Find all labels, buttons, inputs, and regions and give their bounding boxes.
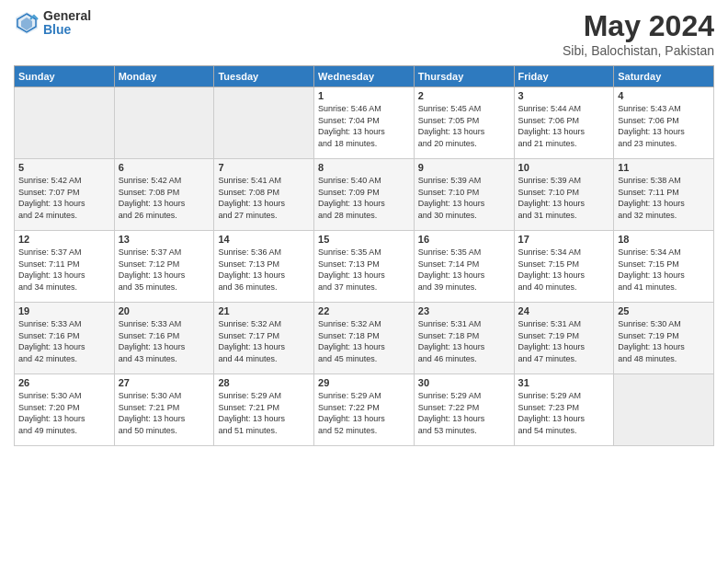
calendar-cell-w3-d4: 16Sunrise: 5:35 AM Sunset: 7:14 PM Dayli… <box>414 231 514 303</box>
day-info: Sunrise: 5:46 AM Sunset: 7:04 PM Dayligh… <box>318 103 410 149</box>
calendar-cell-w1-d6: 4Sunrise: 5:43 AM Sunset: 7:06 PM Daylig… <box>614 87 714 159</box>
day-info: Sunrise: 5:35 AM Sunset: 7:13 PM Dayligh… <box>318 247 410 293</box>
calendar-cell-w4-d6: 25Sunrise: 5:30 AM Sunset: 7:19 PM Dayli… <box>614 303 714 374</box>
day-number: 29 <box>318 377 410 388</box>
day-number: 19 <box>18 305 110 316</box>
calendar-cell-w1-d3: 1Sunrise: 5:46 AM Sunset: 7:04 PM Daylig… <box>314 87 415 159</box>
day-info: Sunrise: 5:37 AM Sunset: 7:11 PM Dayligh… <box>18 247 110 293</box>
calendar-cell-w1-d4: 2Sunrise: 5:45 AM Sunset: 7:05 PM Daylig… <box>414 87 514 159</box>
calendar-cell-w5-d2: 28Sunrise: 5:29 AM Sunset: 7:21 PM Dayli… <box>214 374 314 446</box>
calendar-cell-w2-d3: 8Sunrise: 5:40 AM Sunset: 7:09 PM Daylig… <box>314 159 415 231</box>
calendar-cell-w1-d0 <box>15 87 115 159</box>
day-number: 17 <box>518 234 610 245</box>
calendar-cell-w4-d0: 19Sunrise: 5:33 AM Sunset: 7:16 PM Dayli… <box>15 303 115 374</box>
day-info: Sunrise: 5:31 AM Sunset: 7:19 PM Dayligh… <box>518 318 610 364</box>
calendar-cell-w3-d0: 12Sunrise: 5:37 AM Sunset: 7:11 PM Dayli… <box>15 231 115 303</box>
day-info: Sunrise: 5:42 AM Sunset: 7:08 PM Dayligh… <box>119 175 210 221</box>
calendar-cell-w1-d2 <box>214 87 314 159</box>
day-info: Sunrise: 5:35 AM Sunset: 7:14 PM Dayligh… <box>418 247 510 293</box>
calendar-cell-w3-d2: 14Sunrise: 5:36 AM Sunset: 7:13 PM Dayli… <box>214 231 314 303</box>
day-number: 15 <box>318 234 410 245</box>
day-info: Sunrise: 5:40 AM Sunset: 7:09 PM Dayligh… <box>318 175 410 221</box>
header: General Blue May 2024 Sibi, Balochistan,… <box>14 9 714 58</box>
day-number: 20 <box>119 305 210 316</box>
day-info: Sunrise: 5:38 AM Sunset: 7:11 PM Dayligh… <box>618 175 710 221</box>
day-number: 14 <box>218 234 310 245</box>
day-info: Sunrise: 5:44 AM Sunset: 7:06 PM Dayligh… <box>518 103 610 149</box>
calendar-cell-w5-d0: 26Sunrise: 5:30 AM Sunset: 7:20 PM Dayli… <box>15 374 115 446</box>
calendar-week-4: 19Sunrise: 5:33 AM Sunset: 7:16 PM Dayli… <box>15 303 714 374</box>
calendar-cell-w5-d1: 27Sunrise: 5:30 AM Sunset: 7:21 PM Dayli… <box>114 374 214 446</box>
logo-blue-text: Blue <box>43 23 91 37</box>
day-info: Sunrise: 5:30 AM Sunset: 7:20 PM Dayligh… <box>18 390 110 436</box>
calendar-cell-w4-d3: 22Sunrise: 5:32 AM Sunset: 7:18 PM Dayli… <box>314 303 415 374</box>
calendar-cell-w2-d5: 10Sunrise: 5:39 AM Sunset: 7:10 PM Dayli… <box>514 159 614 231</box>
day-number: 25 <box>618 305 710 316</box>
day-info: Sunrise: 5:29 AM Sunset: 7:23 PM Dayligh… <box>518 390 610 436</box>
calendar-cell-w2-d2: 7Sunrise: 5:41 AM Sunset: 7:08 PM Daylig… <box>214 159 314 231</box>
day-info: Sunrise: 5:39 AM Sunset: 7:10 PM Dayligh… <box>418 175 510 221</box>
day-info: Sunrise: 5:29 AM Sunset: 7:22 PM Dayligh… <box>318 390 410 436</box>
day-number: 30 <box>418 377 510 388</box>
day-number: 3 <box>518 90 610 101</box>
logo-general-text: General <box>43 9 91 23</box>
day-number: 16 <box>418 234 510 245</box>
title-block: May 2024 Sibi, Balochistan, Pakistan <box>563 9 714 58</box>
col-monday: Monday <box>114 66 214 87</box>
day-number: 4 <box>618 90 710 101</box>
page: General Blue May 2024 Sibi, Balochistan,… <box>0 0 728 563</box>
day-number: 11 <box>618 162 710 173</box>
calendar-week-5: 26Sunrise: 5:30 AM Sunset: 7:20 PM Dayli… <box>15 374 714 446</box>
day-number: 1 <box>318 90 410 101</box>
day-number: 12 <box>18 234 110 245</box>
day-info: Sunrise: 5:33 AM Sunset: 7:16 PM Dayligh… <box>119 318 210 364</box>
day-number: 10 <box>518 162 610 173</box>
calendar-cell-w3-d5: 17Sunrise: 5:34 AM Sunset: 7:15 PM Dayli… <box>514 231 614 303</box>
day-info: Sunrise: 5:39 AM Sunset: 7:10 PM Dayligh… <box>518 175 610 221</box>
col-thursday: Thursday <box>414 66 514 87</box>
day-info: Sunrise: 5:36 AM Sunset: 7:13 PM Dayligh… <box>218 247 310 293</box>
day-number: 7 <box>218 162 310 173</box>
day-number: 13 <box>119 234 210 245</box>
calendar-cell-w3-d6: 18Sunrise: 5:34 AM Sunset: 7:15 PM Dayli… <box>614 231 714 303</box>
col-sunday: Sunday <box>15 66 115 87</box>
calendar-cell-w4-d1: 20Sunrise: 5:33 AM Sunset: 7:16 PM Dayli… <box>114 303 214 374</box>
col-saturday: Saturday <box>614 66 714 87</box>
day-info: Sunrise: 5:30 AM Sunset: 7:19 PM Dayligh… <box>618 318 710 364</box>
day-info: Sunrise: 5:45 AM Sunset: 7:05 PM Dayligh… <box>418 103 510 149</box>
col-tuesday: Tuesday <box>214 66 314 87</box>
day-info: Sunrise: 5:29 AM Sunset: 7:21 PM Dayligh… <box>218 390 310 436</box>
calendar-cell-w3-d3: 15Sunrise: 5:35 AM Sunset: 7:13 PM Dayli… <box>314 231 415 303</box>
day-info: Sunrise: 5:34 AM Sunset: 7:15 PM Dayligh… <box>618 247 710 293</box>
calendar-cell-w2-d4: 9Sunrise: 5:39 AM Sunset: 7:10 PM Daylig… <box>414 159 514 231</box>
calendar-cell-w2-d1: 6Sunrise: 5:42 AM Sunset: 7:08 PM Daylig… <box>114 159 214 231</box>
day-number: 8 <box>318 162 410 173</box>
calendar-table: Sunday Monday Tuesday Wednesday Thursday… <box>14 65 714 446</box>
calendar-cell-w5-d6 <box>614 374 714 446</box>
day-info: Sunrise: 5:32 AM Sunset: 7:18 PM Dayligh… <box>318 318 410 364</box>
subtitle: Sibi, Balochistan, Pakistan <box>563 43 714 58</box>
calendar-cell-w4-d5: 24Sunrise: 5:31 AM Sunset: 7:19 PM Dayli… <box>514 303 614 374</box>
day-number: 22 <box>318 305 410 316</box>
calendar-header-row: Sunday Monday Tuesday Wednesday Thursday… <box>15 66 714 87</box>
col-friday: Friday <box>514 66 614 87</box>
day-number: 6 <box>119 162 210 173</box>
logo: General Blue <box>14 9 91 38</box>
day-number: 5 <box>18 162 110 173</box>
day-info: Sunrise: 5:42 AM Sunset: 7:07 PM Dayligh… <box>18 175 110 221</box>
day-info: Sunrise: 5:41 AM Sunset: 7:08 PM Dayligh… <box>218 175 310 221</box>
day-number: 28 <box>218 377 310 388</box>
day-info: Sunrise: 5:37 AM Sunset: 7:12 PM Dayligh… <box>119 247 210 293</box>
day-info: Sunrise: 5:30 AM Sunset: 7:21 PM Dayligh… <box>119 390 210 436</box>
calendar-cell-w4-d2: 21Sunrise: 5:32 AM Sunset: 7:17 PM Dayli… <box>214 303 314 374</box>
col-wednesday: Wednesday <box>314 66 415 87</box>
calendar-cell-w1-d5: 3Sunrise: 5:44 AM Sunset: 7:06 PM Daylig… <box>514 87 614 159</box>
day-info: Sunrise: 5:33 AM Sunset: 7:16 PM Dayligh… <box>18 318 110 364</box>
day-info: Sunrise: 5:29 AM Sunset: 7:22 PM Dayligh… <box>418 390 510 436</box>
day-info: Sunrise: 5:43 AM Sunset: 7:06 PM Dayligh… <box>618 103 710 149</box>
day-info: Sunrise: 5:34 AM Sunset: 7:15 PM Dayligh… <box>518 247 610 293</box>
calendar-cell-w5-d4: 30Sunrise: 5:29 AM Sunset: 7:22 PM Dayli… <box>414 374 514 446</box>
calendar-cell-w2-d0: 5Sunrise: 5:42 AM Sunset: 7:07 PM Daylig… <box>15 159 115 231</box>
day-number: 9 <box>418 162 510 173</box>
logo-text: General Blue <box>43 9 91 38</box>
